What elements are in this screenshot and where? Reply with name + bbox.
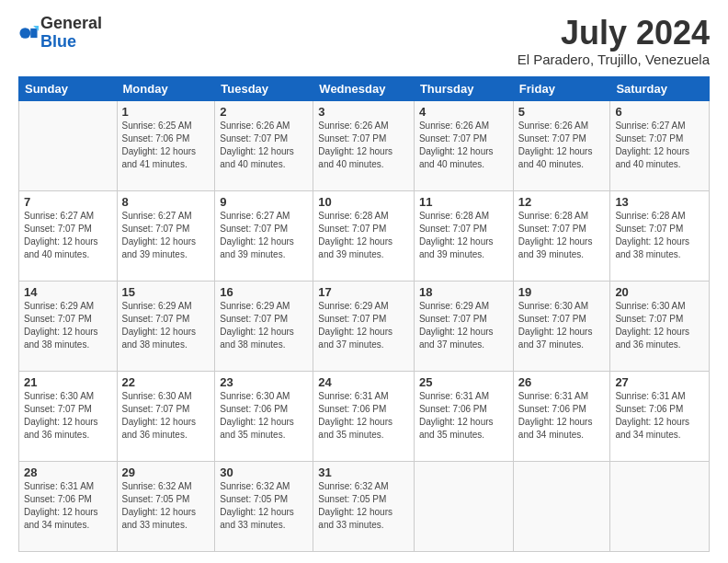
day-info: Sunrise: 6:26 AMSunset: 7:07 PMDaylight:… [419, 120, 508, 171]
table-row: 20Sunrise: 6:30 AMSunset: 7:07 PMDayligh… [610, 281, 710, 371]
table-row: 24Sunrise: 6:31 AMSunset: 7:06 PMDayligh… [313, 371, 415, 461]
calendar-page: General Blue July 2024 El Paradero, Truj… [0, 0, 728, 563]
table-row: 6Sunrise: 6:27 AMSunset: 7:07 PMDaylight… [610, 100, 710, 190]
day-number: 7 [24, 195, 112, 209]
day-info: Sunrise: 6:29 AMSunset: 7:07 PMDaylight:… [318, 300, 409, 351]
table-row: 31Sunrise: 6:32 AMSunset: 7:05 PMDayligh… [313, 461, 415, 551]
day-info: Sunrise: 6:30 AMSunset: 7:07 PMDaylight:… [24, 390, 112, 442]
table-row: 22Sunrise: 6:30 AMSunset: 7:07 PMDayligh… [117, 371, 215, 461]
day-number: 28 [24, 465, 112, 479]
week-row-1: 1Sunrise: 6:25 AMSunset: 7:06 PMDaylight… [19, 100, 710, 190]
table-row: 16Sunrise: 6:29 AMSunset: 7:07 PMDayligh… [215, 281, 313, 371]
day-number: 11 [419, 195, 508, 209]
table-row: 17Sunrise: 6:29 AMSunset: 7:07 PMDayligh… [313, 281, 415, 371]
day-info: Sunrise: 6:30 AMSunset: 7:07 PMDaylight:… [122, 390, 210, 442]
day-info: Sunrise: 6:26 AMSunset: 7:07 PMDaylight:… [220, 120, 308, 171]
day-info: Sunrise: 6:31 AMSunset: 7:06 PMDaylight:… [24, 480, 112, 532]
table-row [19, 100, 118, 190]
table-row: 18Sunrise: 6:29 AMSunset: 7:07 PMDayligh… [414, 281, 513, 371]
day-info: Sunrise: 6:29 AMSunset: 7:07 PMDaylight:… [220, 300, 308, 351]
day-number: 25 [419, 375, 508, 389]
table-row: 2Sunrise: 6:26 AMSunset: 7:07 PMDaylight… [215, 100, 313, 190]
table-row [513, 461, 610, 551]
day-number: 2 [220, 105, 308, 119]
table-row: 8Sunrise: 6:27 AMSunset: 7:07 PMDaylight… [117, 190, 215, 281]
day-info: Sunrise: 6:31 AMSunset: 7:06 PMDaylight:… [518, 390, 606, 442]
day-info: Sunrise: 6:29 AMSunset: 7:07 PMDaylight:… [24, 300, 112, 351]
table-row: 14Sunrise: 6:29 AMSunset: 7:07 PMDayligh… [19, 281, 118, 371]
week-row-5: 28Sunrise: 6:31 AMSunset: 7:06 PMDayligh… [19, 461, 710, 551]
day-number: 19 [518, 285, 606, 299]
day-info: Sunrise: 6:30 AMSunset: 7:07 PMDaylight:… [518, 300, 606, 351]
header-wednesday: Wednesday [313, 76, 415, 100]
day-info: Sunrise: 6:29 AMSunset: 7:07 PMDaylight:… [419, 300, 508, 351]
day-info: Sunrise: 6:29 AMSunset: 7:07 PMDaylight:… [122, 300, 210, 351]
table-row: 7Sunrise: 6:27 AMSunset: 7:07 PMDaylight… [19, 190, 118, 281]
svg-marker-1 [30, 29, 37, 38]
day-info: Sunrise: 6:27 AMSunset: 7:07 PMDaylight:… [615, 120, 704, 171]
header-friday: Friday [513, 76, 610, 100]
table-row: 29Sunrise: 6:32 AMSunset: 7:05 PMDayligh… [117, 461, 215, 551]
table-row: 28Sunrise: 6:31 AMSunset: 7:06 PMDayligh… [19, 461, 118, 551]
logo-icon [18, 23, 39, 43]
table-row [610, 461, 710, 551]
day-number: 12 [518, 195, 606, 209]
table-row: 21Sunrise: 6:30 AMSunset: 7:07 PMDayligh… [19, 371, 118, 461]
day-number: 13 [615, 195, 704, 209]
day-info: Sunrise: 6:27 AMSunset: 7:07 PMDaylight:… [220, 210, 308, 261]
day-number: 8 [122, 195, 210, 209]
header-tuesday: Tuesday [215, 76, 313, 100]
day-info: Sunrise: 6:31 AMSunset: 7:06 PMDaylight:… [318, 390, 409, 442]
svg-point-0 [19, 28, 30, 39]
table-row: 15Sunrise: 6:29 AMSunset: 7:07 PMDayligh… [117, 281, 215, 371]
day-number: 24 [318, 375, 409, 389]
day-info: Sunrise: 6:30 AMSunset: 7:07 PMDaylight:… [615, 300, 704, 351]
title-block: July 2024 El Paradero, Trujillo, Venezue… [518, 15, 710, 67]
day-number: 16 [220, 285, 308, 299]
logo-general: General [40, 15, 102, 33]
day-info: Sunrise: 6:28 AMSunset: 7:07 PMDaylight:… [518, 210, 606, 261]
logo-blue: Blue [40, 33, 102, 52]
day-number: 17 [318, 285, 409, 299]
table-row: 9Sunrise: 6:27 AMSunset: 7:07 PMDaylight… [215, 190, 313, 281]
day-info: Sunrise: 6:28 AMSunset: 7:07 PMDaylight:… [615, 210, 704, 261]
day-info: Sunrise: 6:26 AMSunset: 7:07 PMDaylight:… [318, 120, 409, 171]
table-row: 13Sunrise: 6:28 AMSunset: 7:07 PMDayligh… [610, 190, 710, 281]
day-number: 10 [318, 195, 409, 209]
table-row: 10Sunrise: 6:28 AMSunset: 7:07 PMDayligh… [313, 190, 415, 281]
day-number: 9 [220, 195, 308, 209]
header: General Blue July 2024 El Paradero, Truj… [18, 15, 710, 67]
table-row: 26Sunrise: 6:31 AMSunset: 7:06 PMDayligh… [513, 371, 610, 461]
header-sunday: Sunday [19, 76, 118, 100]
day-info: Sunrise: 6:25 AMSunset: 7:06 PMDaylight:… [122, 120, 210, 171]
day-info: Sunrise: 6:31 AMSunset: 7:06 PMDaylight:… [615, 390, 704, 442]
day-number: 4 [419, 105, 508, 119]
table-row [414, 461, 513, 551]
day-number: 31 [318, 465, 409, 479]
table-row: 4Sunrise: 6:26 AMSunset: 7:07 PMDaylight… [414, 100, 513, 190]
day-info: Sunrise: 6:28 AMSunset: 7:07 PMDaylight:… [419, 210, 508, 261]
day-number: 15 [122, 285, 210, 299]
day-number: 18 [419, 285, 508, 299]
day-number: 14 [24, 285, 112, 299]
table-row: 27Sunrise: 6:31 AMSunset: 7:06 PMDayligh… [610, 371, 710, 461]
day-number: 29 [122, 465, 210, 479]
day-number: 1 [122, 105, 210, 119]
day-info: Sunrise: 6:27 AMSunset: 7:07 PMDaylight:… [122, 210, 210, 261]
day-number: 20 [615, 285, 704, 299]
day-number: 26 [518, 375, 606, 389]
table-row: 25Sunrise: 6:31 AMSunset: 7:06 PMDayligh… [414, 371, 513, 461]
day-info: Sunrise: 6:26 AMSunset: 7:07 PMDaylight:… [518, 120, 606, 171]
day-number: 27 [615, 375, 704, 389]
logo-text: General Blue [40, 15, 102, 52]
day-info: Sunrise: 6:27 AMSunset: 7:07 PMDaylight:… [24, 210, 112, 261]
location: El Paradero, Trujillo, Venezuela [518, 52, 710, 67]
day-info: Sunrise: 6:28 AMSunset: 7:07 PMDaylight:… [318, 210, 409, 261]
day-info: Sunrise: 6:31 AMSunset: 7:06 PMDaylight:… [419, 390, 508, 442]
day-number: 22 [122, 375, 210, 389]
logo: General Blue [18, 15, 102, 52]
table-row: 3Sunrise: 6:26 AMSunset: 7:07 PMDaylight… [313, 100, 415, 190]
day-number: 3 [318, 105, 409, 119]
header-thursday: Thursday [414, 76, 513, 100]
day-number: 21 [24, 375, 112, 389]
